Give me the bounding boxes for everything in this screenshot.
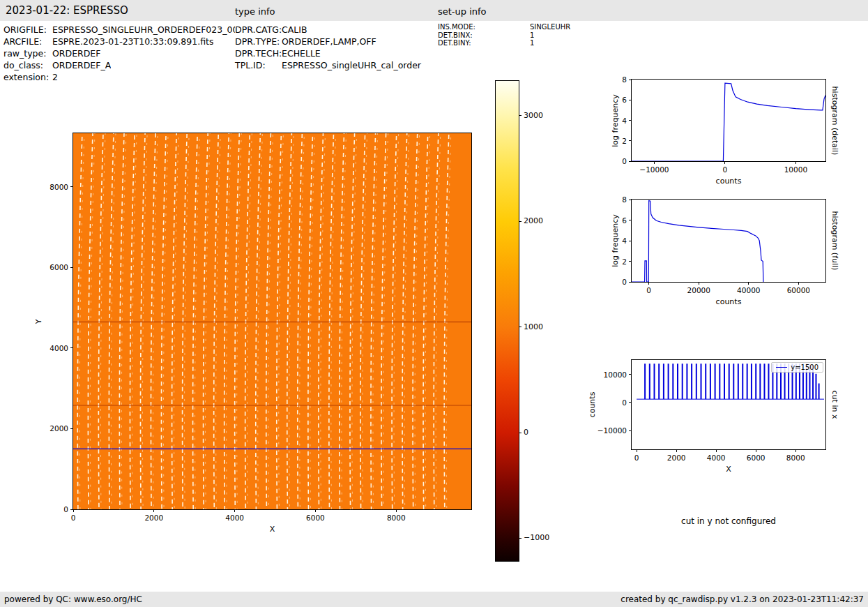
echelle-order-stripe: [381, 133, 386, 509]
x-tick-mark: [724, 161, 725, 164]
det-binx-value: 1: [530, 31, 534, 40]
y-tick-label: 2: [622, 257, 627, 266]
x-tick-label: 40000: [724, 286, 773, 294]
echelle-order-stripe: [130, 133, 135, 509]
dpr-type-value: ORDERDEF,LAMP,OFF: [282, 36, 376, 47]
x-tick-label: 8000: [372, 514, 420, 522]
y-tick-label: 0: [622, 278, 627, 286]
echelle-order-stripe: [88, 133, 93, 509]
echelle-order-stripe: [109, 133, 114, 509]
x-tick-mark: [648, 282, 649, 285]
ins-mode-label: INS.MODE:: [438, 23, 530, 31]
x-tick-mark: [315, 509, 316, 512]
det-binx-label: DET.BINX:: [438, 31, 530, 40]
x-tick-label: 8000: [771, 454, 820, 462]
created-by-text: created by qc_rawdisp.py v1.2.3 on 2023-…: [620, 594, 864, 604]
extension-label: extension:: [3, 71, 52, 83]
x-axis-label: counts: [632, 177, 825, 186]
file-info-row: raw_type:ORDERDEF: [3, 47, 235, 59]
x-tick-label: 0: [625, 286, 673, 294]
histogram-line: [632, 83, 825, 161]
echelle-order-stripe: [350, 133, 355, 509]
y-axis-label: log frequency: [611, 94, 620, 147]
x-tick-label: 60000: [774, 286, 823, 294]
heatmap-canvas: [73, 133, 471, 509]
det-biny-label: DET.BINY:: [438, 39, 530, 47]
echelle-order-stripe: [245, 133, 250, 509]
colorbar-tick-mark: [519, 433, 521, 433]
echelle-order-stripe: [77, 133, 82, 509]
dpr-catg-value: CALIB: [282, 24, 307, 36]
echelle-order-stripe-secondary: [279, 133, 284, 509]
x-tick-mark: [699, 282, 699, 285]
file-info-row: ARCFILE:ESPRE.2023-01-23T10:33:09.891.fi…: [3, 36, 235, 47]
arcfile-label: ARCFILE:: [3, 36, 52, 47]
y-tick-label: 6000: [50, 263, 68, 271]
type-info-row: DPR.CATG:CALIB: [235, 24, 421, 36]
file-info-row: ORIGFILE:ESPRESSO_SINGLEUHR_ORDERDEF023_…: [3, 24, 235, 36]
echelle-order-stripe-secondary: [258, 133, 263, 509]
echelle-order-stripe-secondary: [310, 133, 315, 509]
side-label: histogram (full): [830, 211, 839, 271]
colorbar-tick-mark: [519, 327, 521, 327]
y-tick-label: 0: [622, 157, 627, 165]
x-tick-mark: [748, 282, 749, 285]
raw-type-value: ORDERDEF: [52, 47, 100, 59]
raw-type-label: raw_type:: [3, 47, 52, 59]
echelle-order-stripe: [371, 133, 376, 509]
do-class-value: ORDERDEF_A: [52, 59, 111, 71]
plot-canvas: [632, 200, 825, 282]
colorbar-tick-mark: [519, 538, 521, 539]
x-tick-label: 0: [49, 514, 98, 522]
x-axis-label: X: [632, 465, 825, 474]
histogram-detail-chart: −1000001000002468countslog frequencyhist…: [631, 79, 826, 162]
echelle-order-stripe-secondary: [79, 133, 84, 509]
dpr-tech-value: ECHELLE: [282, 47, 321, 59]
colorbar-tick-label: −1000: [524, 533, 549, 542]
x-tick-mark: [795, 161, 796, 164]
x-tick-mark: [676, 449, 677, 452]
setup-info-row: DET.BINY:1: [438, 39, 570, 47]
setup-info-block: INS.MODE:SINGLEUHR DET.BINX:1 DET.BINY:1: [438, 23, 570, 47]
colorbar-tick-label: 0: [524, 428, 528, 437]
x-tick-label: 6000: [291, 514, 340, 522]
echelle-order-stripe-secondary: [174, 133, 179, 509]
qc-link[interactable]: www.eso.org/HC: [74, 594, 142, 604]
echelle-order-stripe-secondary: [373, 133, 378, 509]
plot-canvas: [632, 80, 825, 161]
x-tick-label: −10000: [630, 165, 678, 174]
y-tick-label: 2000: [50, 424, 68, 433]
echelle-order-stripe: [204, 133, 208, 509]
echelle-order-stripe: [98, 133, 103, 509]
x-tick-mark: [234, 509, 235, 512]
colorbar: 3000200010000−1000: [495, 80, 519, 562]
colorbar-tick-label: 3000: [524, 111, 543, 120]
x-tick-label: 10000: [771, 165, 820, 174]
origfile-label: ORIGFILE:: [3, 24, 52, 36]
y-tick-label: 4000: [50, 344, 68, 352]
cut-in-x-chart: 02000400060008000100000−10000Xcountscut …: [631, 359, 826, 450]
origfile-value: ESPRESSO_SINGLEUHR_ORDERDEF023_00: [52, 24, 235, 36]
echelle-order-stripe-secondary: [289, 133, 294, 509]
powered-by-text: powered by QC:www.eso.org/HC: [4, 594, 142, 604]
echelle-order-stripe: [256, 133, 261, 509]
histogram-line: [632, 201, 763, 283]
echelle-order-stripe: [119, 133, 124, 509]
setup-info-row: DET.BINX:1: [438, 31, 570, 40]
powered-by-prefix: powered by QC:: [4, 594, 71, 604]
echelle-order-stripe: [193, 133, 198, 509]
echelle-order-stripe: [214, 133, 219, 509]
side-label: cut in x: [830, 391, 839, 419]
x-tick-mark: [396, 509, 397, 512]
x-axis-label: X: [73, 525, 471, 534]
x-tick-mark: [73, 509, 74, 512]
footer-bar: powered by QC:www.eso.org/HC created by …: [0, 592, 868, 607]
raw-frame-heatmap: 0200040006000800002000400060008000XY: [73, 133, 472, 510]
x-tick-label: 20000: [674, 286, 723, 294]
colorbar-tick-label: 1000: [524, 322, 543, 331]
echelle-order-stripe-secondary: [425, 133, 430, 509]
x-tick-label: 2000: [130, 514, 178, 522]
echelle-order-stripe-secondary: [342, 133, 347, 509]
echelle-order-stripe-secondary: [404, 133, 409, 509]
echelle-order-stripe: [329, 133, 334, 509]
